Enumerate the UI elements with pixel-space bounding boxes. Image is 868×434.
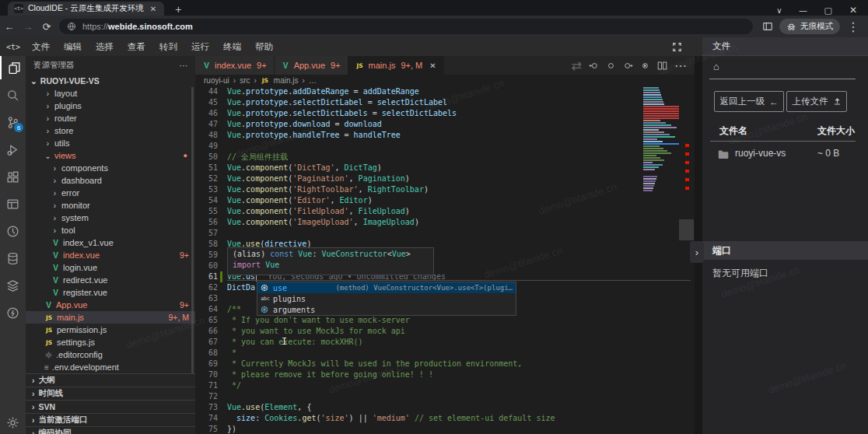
- activity-run-debug[interactable]: [0, 138, 26, 161]
- activity-explorer[interactable]: [0, 56, 27, 79]
- code-line[interactable]: 52Vue.component('Pagination', Pagination…: [195, 173, 695, 184]
- next-change-icon[interactable]: [623, 61, 633, 71]
- code-line[interactable]: 69 * Currently MockJs will be used in th…: [195, 359, 695, 369]
- tab-close-icon[interactable]: ✕: [149, 5, 158, 13]
- window-minimize-icon[interactable]: —: [800, 6, 807, 15]
- tree-item-dashboard[interactable]: ›dashboard: [26, 174, 195, 187]
- code-line[interactable]: 67 * you can execute: mockXHR(): [195, 337, 695, 348]
- breadcrumb[interactable]: ruoyi-ui›src›JSmain.js›…: [195, 75, 703, 86]
- tree-item-redirect-vue[interactable]: Vredirect.vue: [26, 274, 195, 286]
- activity-search[interactable]: [0, 83, 26, 107]
- code-line[interactable]: 56Vue.component('ImageUpload', ImageUplo…: [195, 217, 695, 228]
- file-row[interactable]: ruoyi-vue-vs ~ 0 B: [702, 146, 868, 162]
- suggest-item-use[interactable]: use(method) VueConstructor<Vue>.use<T>(p…: [257, 282, 516, 293]
- tree-item-router[interactable]: ›router: [26, 112, 195, 124]
- menu-item-2[interactable]: 编辑: [57, 42, 89, 51]
- window-close-icon[interactable]: ✕: [849, 5, 857, 16]
- activity-extensions[interactable]: [0, 165, 26, 188]
- menu-item-7[interactable]: 终端: [216, 42, 248, 51]
- code-line[interactable]: 57: [195, 228, 695, 239]
- activity-power[interactable]: [0, 301, 26, 324]
- tree-item-login-vue[interactable]: Vlogin.vue: [26, 261, 195, 274]
- breadcrumb-item[interactable]: main.js: [274, 76, 299, 85]
- code-line[interactable]: 75}): [195, 424, 695, 434]
- tree-item-utils[interactable]: ›utils: [26, 137, 195, 149]
- breadcrumb-item[interactable]: ruoyi-ui: [204, 76, 229, 85]
- code-line[interactable]: 49: [195, 141, 695, 152]
- code-line[interactable]: 73Vue.use(Element, {: [195, 402, 695, 413]
- activity-database[interactable]: [0, 247, 26, 270]
- tree-item-monitor[interactable]: ›monitor: [26, 199, 195, 212]
- address-bar[interactable]: https://webide.sinosoft.com: [59, 19, 753, 34]
- activity-layers[interactable]: [0, 274, 26, 297]
- sidebar-section-3[interactable]: ›SVN: [26, 400, 195, 413]
- window-chevron-icon[interactable]: ∨: [776, 6, 782, 15]
- code-line[interactable]: 53Vue.component('RightToolbar', RightToo…: [195, 184, 695, 195]
- code-line[interactable]: 44Vue.prototype.addDateRange = addDateRa…: [195, 86, 695, 97]
- editor-pane[interactable]: Vindex.vue9+VApp.vue9+JSmain.js9+, M✕⇄⋯ …: [195, 56, 695, 434]
- panel-splitter[interactable]: ›: [695, 56, 702, 434]
- sidebar-section-1[interactable]: ›大纲: [26, 373, 195, 387]
- code-line[interactable]: 68 *: [195, 348, 695, 359]
- split-editor-icon[interactable]: [657, 61, 667, 71]
- code-line[interactable]: 45Vue.prototype.selectDictLabel = select…: [195, 97, 695, 108]
- code-line[interactable]: 70 * please remove it before going onlin…: [195, 369, 695, 380]
- sidebar-scrollbar[interactable]: [191, 87, 194, 373]
- code-line[interactable]: 74 size: Cookies.get('size') || 'medium'…: [195, 413, 695, 424]
- activity-preview[interactable]: [0, 192, 26, 215]
- previous-change-icon[interactable]: [589, 61, 599, 71]
- more-actions-icon[interactable]: ⋯: [674, 58, 687, 73]
- code-line[interactable]: 55Vue.component('FileUpload', FileUpload…: [195, 206, 695, 217]
- minimap[interactable]: [642, 87, 680, 254]
- suggest-item-arguments[interactable]: arguments: [257, 304, 516, 315]
- home-icon[interactable]: ⌂: [713, 61, 719, 72]
- menu-item-3[interactable]: 选择: [89, 42, 121, 51]
- tree-item-store[interactable]: ›store: [26, 124, 195, 137]
- go-up-button[interactable]: 返回上一级 ←: [714, 91, 784, 112]
- breadcrumb-item[interactable]: src: [240, 76, 250, 85]
- tree-item-index_v1-vue[interactable]: Vindex_v1.vue: [26, 236, 195, 249]
- tree-item-main-js[interactable]: JSmain.js9+, M: [26, 311, 195, 324]
- activity-settings[interactable]: [0, 411, 26, 434]
- fullscreen-icon[interactable]: [672, 42, 682, 52]
- back-icon[interactable]: ←: [0, 21, 19, 33]
- breadcrumb-item[interactable]: …: [309, 76, 317, 85]
- tree-item-plugins[interactable]: ›plugins: [26, 100, 195, 112]
- tree-item-App-vue[interactable]: VApp.vue9+: [26, 299, 195, 311]
- suggest-item-plugins[interactable]: abcplugins: [257, 293, 516, 304]
- forward-icon[interactable]: →: [19, 21, 37, 33]
- sidebar-section-5[interactable]: ›编码协同: [26, 426, 195, 434]
- code-line[interactable]: 46Vue.prototype.selectDictLabels = selec…: [195, 108, 695, 119]
- code-line[interactable]: 72: [195, 391, 695, 402]
- sidebar-section-2[interactable]: ›时间线: [26, 387, 195, 400]
- side-panel-icon[interactable]: [762, 21, 773, 32]
- tree-item-settings-js[interactable]: JSsettings.js: [26, 336, 195, 348]
- window-maximize-icon[interactable]: ▢: [824, 5, 832, 16]
- tab-main-js[interactable]: JSmain.js9+, M✕: [348, 56, 444, 75]
- collapse-panel-icon[interactable]: ›: [690, 241, 704, 263]
- code-line[interactable]: 47Vue.prototype.download = download: [195, 119, 695, 130]
- tab-index-vue[interactable]: Vindex.vue9+: [195, 56, 275, 75]
- activity-versions[interactable]: [0, 219, 26, 243]
- code-line[interactable]: 50// 全局组件挂载: [195, 152, 695, 163]
- tree-item-error[interactable]: ›error: [26, 187, 195, 199]
- menu-item-8[interactable]: 帮助: [248, 42, 280, 51]
- code-line[interactable]: 54Vue.component('Editor', Editor): [195, 195, 695, 206]
- tree-item-editorconfig[interactable]: .editorconfig: [26, 348, 195, 361]
- tab-App-vue[interactable]: VApp.vue9+: [275, 56, 348, 75]
- explorer-more-icon[interactable]: ⋯: [180, 61, 188, 70]
- open-changes-icon[interactable]: [640, 61, 650, 71]
- browser-tab[interactable]: <t> CloudIDE - 云原生集成开发环境 ✕: [8, 2, 164, 16]
- tree-item-env-development[interactable]: ≡.env.development: [26, 361, 195, 373]
- compare-changes-icon[interactable]: ⇄: [572, 58, 582, 73]
- tree-item-system[interactable]: ›system: [26, 212, 195, 224]
- tree-item-tool[interactable]: ›tool: [26, 224, 195, 236]
- code-line[interactable]: 51Vue.component('DictTag', DictTag): [195, 163, 695, 173]
- code-line[interactable]: 48Vue.prototype.handleTree = handleTree: [195, 130, 695, 141]
- tree-root[interactable]: ⌄ RUOYI-VUE-VS: [26, 75, 195, 87]
- tab-close-icon[interactable]: ✕: [429, 61, 436, 70]
- reload-icon[interactable]: ⟳: [37, 21, 56, 33]
- tree-item-views[interactable]: ⌄views●: [26, 149, 195, 162]
- tree-item-permission-js[interactable]: JSpermission.js: [26, 324, 195, 336]
- menu-item-1[interactable]: 文件: [25, 42, 57, 51]
